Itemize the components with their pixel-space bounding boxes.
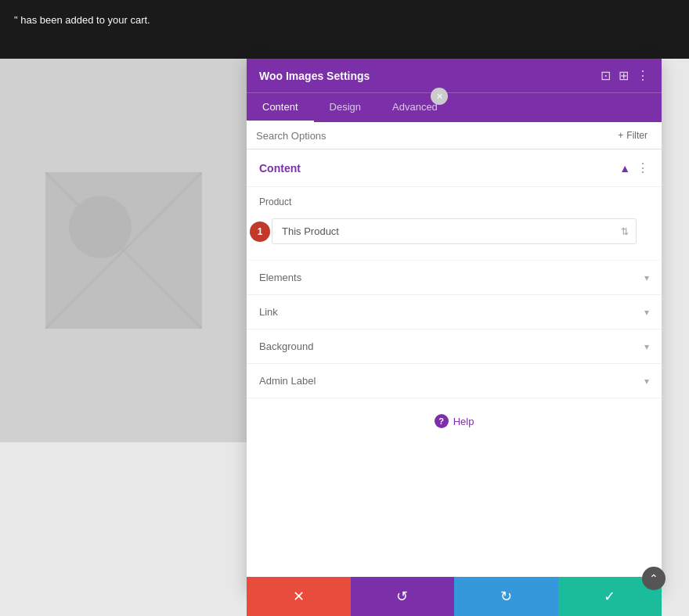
- link-chevron-icon: ▾: [644, 307, 649, 318]
- admin-label-section-header[interactable]: Admin Label ▾: [247, 364, 662, 398]
- chevron-up-icon[interactable]: ▲: [619, 162, 630, 175]
- help-label: Help: [453, 416, 474, 427]
- admin-label-chevron-icon: ▾: [644, 376, 649, 387]
- window-minimize-icon[interactable]: ⊡: [601, 68, 611, 83]
- product-row: 1 This Product Other Product ⇅: [259, 212, 649, 250]
- content-section-header: Content ▲ ⋮: [247, 149, 662, 187]
- elements-label: Elements: [259, 272, 301, 283]
- admin-label-label: Admin Label: [259, 375, 316, 387]
- filter-label: Filter: [626, 130, 648, 141]
- filter-icon: +: [618, 130, 623, 141]
- section-header-icons: ▲ ⋮: [619, 160, 649, 175]
- product-image-placeholder: [0, 59, 247, 442]
- tab-design[interactable]: Design: [314, 93, 377, 122]
- background-chevron-icon: ▾: [644, 341, 649, 352]
- search-input[interactable]: [256, 130, 613, 142]
- panel-title: Woo Images Settings: [259, 70, 370, 82]
- help-link[interactable]: ? Help: [435, 414, 474, 428]
- columns-icon[interactable]: ⊞: [619, 68, 629, 83]
- redo-button[interactable]: ↻: [454, 577, 558, 616]
- content-section-title: Content: [259, 162, 301, 175]
- panel-header-icons: ⊡ ⊞ ⋮: [601, 68, 649, 83]
- panel-close-button[interactable]: ✕: [431, 88, 448, 105]
- background-section-header[interactable]: Background ▾: [247, 330, 662, 363]
- product-select-wrapper: This Product Other Product ⇅: [272, 218, 637, 244]
- settings-panel: Woo Images Settings ⊡ ⊞ ⋮ Content Design…: [247, 59, 662, 591]
- bottom-circle-button[interactable]: ⌃: [642, 567, 666, 590]
- filter-button[interactable]: + Filter: [613, 128, 652, 142]
- elements-chevron-icon: ▾: [644, 272, 649, 283]
- link-label: Link: [259, 306, 278, 318]
- tabs-bar: Content Design Advanced: [247, 92, 662, 122]
- dark-background: [0, 0, 689, 59]
- product-field-group: Product 1 This Product Other Product ⇅: [247, 187, 662, 261]
- background-section: Background ▾: [247, 330, 662, 364]
- section-more-icon[interactable]: ⋮: [637, 160, 649, 175]
- link-section: Link ▾: [247, 295, 662, 330]
- elements-section: Elements ▾: [247, 261, 662, 295]
- step-badge: 1: [250, 222, 270, 242]
- undo-button[interactable]: ↺: [351, 577, 455, 616]
- more-options-icon[interactable]: ⋮: [637, 68, 649, 83]
- background-label: Background: [259, 340, 313, 352]
- tab-content[interactable]: Content: [247, 93, 314, 122]
- elements-section-header[interactable]: Elements ▾: [247, 261, 662, 294]
- action-bar: ✕ ↺ ↻ ✓: [247, 577, 662, 616]
- admin-label-section: Admin Label ▾: [247, 364, 662, 398]
- link-section-header[interactable]: Link ▾: [247, 295, 662, 329]
- cart-notice: " has been added to your cart.: [14, 14, 150, 26]
- product-select[interactable]: This Product Other Product: [272, 218, 637, 244]
- help-section: ? Help: [247, 398, 662, 444]
- panel-header: Woo Images Settings ⊡ ⊞ ⋮: [247, 59, 662, 92]
- panel-content: Content ▲ ⋮ Product 1 This Product Other…: [247, 149, 662, 591]
- search-bar: + Filter: [247, 122, 662, 149]
- bottom-circle-icon: ⌃: [649, 572, 658, 585]
- help-icon: ?: [435, 414, 449, 428]
- product-field-label: Product: [259, 196, 649, 207]
- cancel-button[interactable]: ✕: [247, 577, 351, 616]
